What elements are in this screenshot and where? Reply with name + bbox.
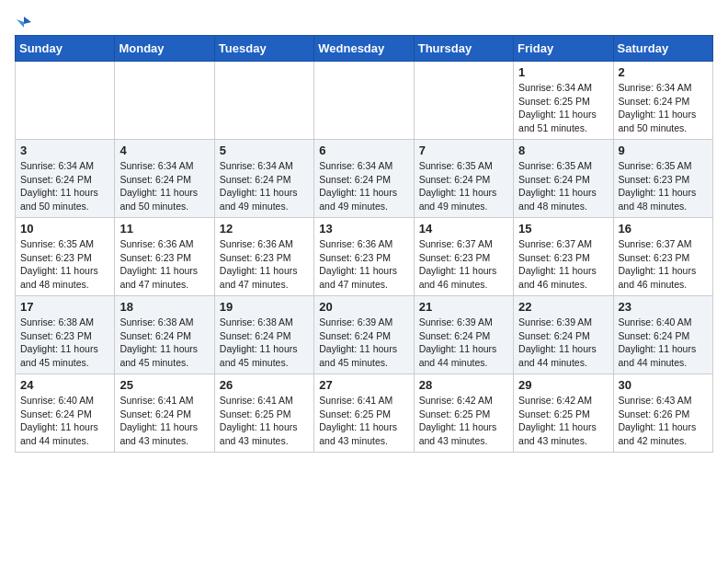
day-number: 9 bbox=[619, 144, 708, 157]
day-number: 11 bbox=[119, 222, 209, 236]
day-info: Sunrise: 6:41 AM Sunset: 6:25 PM Dayligh… bbox=[319, 394, 408, 448]
day-number: 8 bbox=[518, 144, 608, 157]
day-header-wednesday: Wednesday bbox=[314, 36, 414, 62]
calendar-week-row: 10Sunrise: 6:35 AM Sunset: 6:23 PM Dayli… bbox=[16, 218, 713, 296]
calendar-cell: 12Sunrise: 6:36 AM Sunset: 6:23 PM Dayli… bbox=[214, 218, 313, 296]
day-number: 14 bbox=[419, 222, 508, 236]
day-number: 29 bbox=[518, 378, 608, 392]
day-info: Sunrise: 6:38 AM Sunset: 6:24 PM Dayligh… bbox=[220, 316, 309, 370]
calendar-cell: 30Sunrise: 6:43 AM Sunset: 6:26 PM Dayli… bbox=[613, 374, 712, 453]
day-info: Sunrise: 6:36 AM Sunset: 6:23 PM Dayligh… bbox=[319, 237, 408, 292]
logo-bird-icon bbox=[17, 15, 31, 29]
day-info: Sunrise: 6:36 AM Sunset: 6:23 PM Dayligh… bbox=[119, 237, 209, 292]
day-info: Sunrise: 6:34 AM Sunset: 6:24 PM Dayligh… bbox=[220, 159, 309, 213]
page-header bbox=[15, 15, 713, 26]
day-number: 16 bbox=[619, 222, 708, 236]
calendar-cell bbox=[16, 62, 115, 140]
calendar-table: SundayMondayTuesdayWednesdayThursdayFrid… bbox=[15, 35, 713, 453]
calendar-week-row: 17Sunrise: 6:38 AM Sunset: 6:23 PM Dayli… bbox=[16, 296, 713, 374]
calendar-cell: 28Sunrise: 6:42 AM Sunset: 6:25 PM Dayli… bbox=[414, 374, 513, 453]
day-number: 26 bbox=[220, 378, 309, 392]
calendar-cell: 23Sunrise: 6:40 AM Sunset: 6:24 PM Dayli… bbox=[613, 296, 712, 374]
day-info: Sunrise: 6:42 AM Sunset: 6:25 PM Dayligh… bbox=[518, 394, 608, 448]
day-info: Sunrise: 6:39 AM Sunset: 6:24 PM Dayligh… bbox=[419, 316, 508, 370]
logo bbox=[15, 15, 31, 26]
day-info: Sunrise: 6:38 AM Sunset: 6:24 PM Dayligh… bbox=[119, 316, 209, 370]
calendar-cell: 21Sunrise: 6:39 AM Sunset: 6:24 PM Dayli… bbox=[414, 296, 513, 374]
day-info: Sunrise: 6:41 AM Sunset: 6:24 PM Dayligh… bbox=[119, 394, 209, 448]
calendar-cell bbox=[314, 62, 414, 140]
svg-marker-0 bbox=[24, 17, 31, 24]
calendar-cell: 3Sunrise: 6:34 AM Sunset: 6:24 PM Daylig… bbox=[16, 140, 115, 218]
calendar-cell: 19Sunrise: 6:38 AM Sunset: 6:24 PM Dayli… bbox=[214, 296, 313, 374]
day-number: 25 bbox=[119, 378, 209, 392]
calendar-cell: 18Sunrise: 6:38 AM Sunset: 6:24 PM Dayli… bbox=[115, 296, 214, 374]
calendar-cell: 1Sunrise: 6:34 AM Sunset: 6:25 PM Daylig… bbox=[514, 62, 613, 140]
day-info: Sunrise: 6:34 AM Sunset: 6:24 PM Dayligh… bbox=[20, 159, 109, 213]
day-number: 22 bbox=[518, 300, 608, 314]
calendar-cell: 25Sunrise: 6:41 AM Sunset: 6:24 PM Dayli… bbox=[115, 374, 214, 453]
day-info: Sunrise: 6:36 AM Sunset: 6:23 PM Dayligh… bbox=[220, 237, 309, 292]
calendar-cell: 8Sunrise: 6:35 AM Sunset: 6:24 PM Daylig… bbox=[514, 140, 613, 218]
day-info: Sunrise: 6:43 AM Sunset: 6:26 PM Dayligh… bbox=[619, 394, 708, 448]
calendar-cell bbox=[214, 62, 313, 140]
calendar-week-row: 3Sunrise: 6:34 AM Sunset: 6:24 PM Daylig… bbox=[16, 140, 713, 218]
day-info: Sunrise: 6:39 AM Sunset: 6:24 PM Dayligh… bbox=[518, 316, 608, 370]
day-info: Sunrise: 6:35 AM Sunset: 6:24 PM Dayligh… bbox=[419, 159, 508, 213]
calendar-cell bbox=[414, 62, 513, 140]
calendar-cell: 13Sunrise: 6:36 AM Sunset: 6:23 PM Dayli… bbox=[314, 218, 414, 296]
day-number: 24 bbox=[20, 378, 109, 392]
day-number: 12 bbox=[220, 222, 309, 236]
day-info: Sunrise: 6:41 AM Sunset: 6:25 PM Dayligh… bbox=[220, 394, 309, 448]
day-info: Sunrise: 6:42 AM Sunset: 6:25 PM Dayligh… bbox=[419, 394, 508, 448]
day-number: 4 bbox=[119, 144, 209, 157]
day-number: 17 bbox=[20, 300, 109, 314]
day-info: Sunrise: 6:38 AM Sunset: 6:23 PM Dayligh… bbox=[20, 316, 109, 370]
day-info: Sunrise: 6:34 AM Sunset: 6:25 PM Dayligh… bbox=[518, 81, 608, 135]
day-number: 7 bbox=[419, 144, 508, 157]
calendar-cell: 29Sunrise: 6:42 AM Sunset: 6:25 PM Dayli… bbox=[514, 374, 613, 453]
calendar-cell bbox=[115, 62, 214, 140]
day-number: 21 bbox=[419, 300, 508, 314]
day-info: Sunrise: 6:37 AM Sunset: 6:23 PM Dayligh… bbox=[419, 237, 508, 292]
day-header-monday: Monday bbox=[115, 36, 214, 62]
calendar-cell: 5Sunrise: 6:34 AM Sunset: 6:24 PM Daylig… bbox=[214, 140, 313, 218]
day-info: Sunrise: 6:39 AM Sunset: 6:24 PM Dayligh… bbox=[319, 316, 408, 370]
day-number: 23 bbox=[619, 300, 708, 314]
calendar-week-row: 24Sunrise: 6:40 AM Sunset: 6:24 PM Dayli… bbox=[16, 374, 713, 453]
day-header-friday: Friday bbox=[514, 36, 613, 62]
day-number: 28 bbox=[419, 378, 508, 392]
day-header-sunday: Sunday bbox=[16, 36, 115, 62]
calendar-header-row: SundayMondayTuesdayWednesdayThursdayFrid… bbox=[16, 36, 713, 62]
day-number: 1 bbox=[518, 65, 608, 79]
day-info: Sunrise: 6:34 AM Sunset: 6:24 PM Dayligh… bbox=[119, 159, 209, 213]
day-number: 2 bbox=[619, 65, 708, 79]
day-number: 13 bbox=[319, 222, 408, 236]
calendar-week-row: 1Sunrise: 6:34 AM Sunset: 6:25 PM Daylig… bbox=[16, 62, 713, 140]
calendar-cell: 26Sunrise: 6:41 AM Sunset: 6:25 PM Dayli… bbox=[214, 374, 313, 453]
calendar-cell: 15Sunrise: 6:37 AM Sunset: 6:23 PM Dayli… bbox=[514, 218, 613, 296]
calendar-cell: 20Sunrise: 6:39 AM Sunset: 6:24 PM Dayli… bbox=[314, 296, 414, 374]
day-info: Sunrise: 6:40 AM Sunset: 6:24 PM Dayligh… bbox=[619, 316, 708, 370]
calendar-cell: 22Sunrise: 6:39 AM Sunset: 6:24 PM Dayli… bbox=[514, 296, 613, 374]
calendar-cell: 17Sunrise: 6:38 AM Sunset: 6:23 PM Dayli… bbox=[16, 296, 115, 374]
day-number: 18 bbox=[119, 300, 209, 314]
day-info: Sunrise: 6:35 AM Sunset: 6:23 PM Dayligh… bbox=[20, 237, 109, 292]
day-number: 19 bbox=[220, 300, 309, 314]
svg-marker-1 bbox=[17, 19, 24, 28]
calendar-cell: 27Sunrise: 6:41 AM Sunset: 6:25 PM Dayli… bbox=[314, 374, 414, 453]
day-number: 10 bbox=[20, 222, 109, 236]
day-number: 3 bbox=[20, 144, 109, 157]
day-number: 27 bbox=[319, 378, 408, 392]
calendar-cell: 9Sunrise: 6:35 AM Sunset: 6:23 PM Daylig… bbox=[613, 140, 712, 218]
calendar-cell: 14Sunrise: 6:37 AM Sunset: 6:23 PM Dayli… bbox=[414, 218, 513, 296]
calendar-cell: 7Sunrise: 6:35 AM Sunset: 6:24 PM Daylig… bbox=[414, 140, 513, 218]
day-number: 20 bbox=[319, 300, 408, 314]
day-header-saturday: Saturday bbox=[613, 36, 712, 62]
day-header-thursday: Thursday bbox=[414, 36, 513, 62]
calendar-cell: 6Sunrise: 6:34 AM Sunset: 6:24 PM Daylig… bbox=[314, 140, 414, 218]
calendar-cell: 16Sunrise: 6:37 AM Sunset: 6:23 PM Dayli… bbox=[613, 218, 712, 296]
day-info: Sunrise: 6:35 AM Sunset: 6:24 PM Dayligh… bbox=[518, 159, 608, 213]
day-number: 15 bbox=[518, 222, 608, 236]
calendar-cell: 4Sunrise: 6:34 AM Sunset: 6:24 PM Daylig… bbox=[115, 140, 214, 218]
